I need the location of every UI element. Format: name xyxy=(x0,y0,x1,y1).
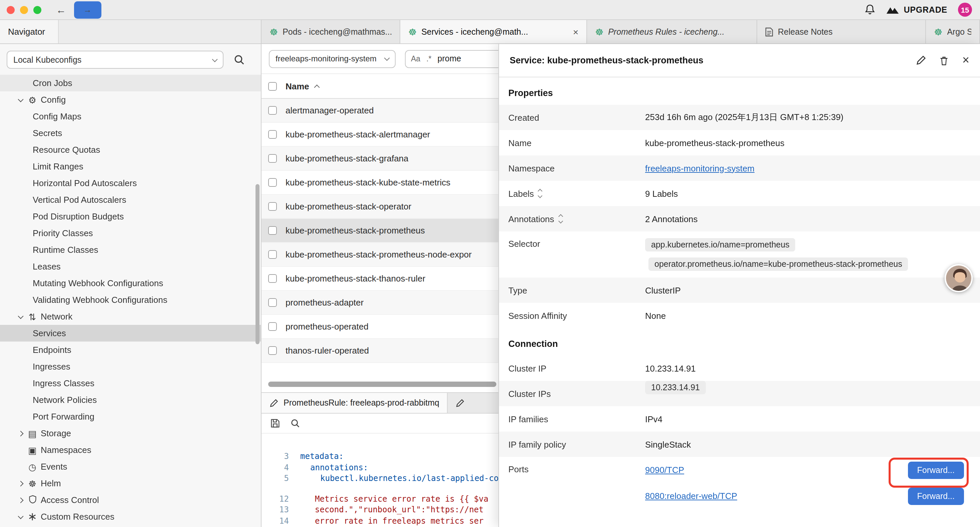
sidebar-item-vertical-pod-autoscalers[interactable]: Vertical Pod Autoscalers xyxy=(0,191,261,208)
back-button[interactable]: ← xyxy=(56,4,66,15)
sidebar-item-runtime-classes[interactable]: Runtime Classes xyxy=(0,242,261,258)
row-checkbox[interactable] xyxy=(268,346,277,355)
row-checkbox[interactable] xyxy=(268,130,277,139)
port-line: 8080:reloader-web/TCP Forward... xyxy=(645,483,970,509)
sidebar-item-endpoints[interactable]: Endpoints xyxy=(0,342,261,358)
sidebar-item-config[interactable]: ⚙ Config xyxy=(0,91,261,108)
notification-count-badge[interactable]: 15 xyxy=(958,3,972,17)
row-checkbox[interactable] xyxy=(268,250,277,259)
sidebar-item-namespaces[interactable]: ▣ Namespaces xyxy=(0,442,261,458)
tab-strip: Navigator ☸ Pods - icecheng@mathmas... ☸… xyxy=(0,20,980,44)
sidebar-item-pod-disruption-budgets[interactable]: Pod Disruption Budgets xyxy=(0,208,261,225)
minimize-window-button[interactable] xyxy=(20,6,28,14)
sidebar-item-custom-resources[interactable]: ∗ Custom Resources xyxy=(0,508,261,525)
kubernetes-cluster-icon: ☸ xyxy=(408,26,417,37)
namespace-link[interactable]: freeleaps-monitoring-system xyxy=(645,163,754,173)
sidebar-item-ingress-classes[interactable]: Ingress Classes xyxy=(0,375,261,392)
notifications-bell-button[interactable] xyxy=(864,4,875,15)
tab-argo[interactable]: ☸ Argo Se xyxy=(926,20,980,43)
navigator-panel-label: Navigator xyxy=(8,27,45,37)
navigator-panel-tab[interactable]: Navigator xyxy=(0,20,59,43)
sort-ascending-icon xyxy=(314,84,320,90)
sidebar-item-network[interactable]: ⇅ Network xyxy=(0,308,261,325)
properties-section-heading: Properties xyxy=(499,77,980,105)
sidebar-item-secrets[interactable]: Secrets xyxy=(0,125,261,142)
sidebar-item-cron-jobs[interactable]: Cron Jobs xyxy=(0,75,261,91)
forward-port-button[interactable]: Forward... xyxy=(908,487,964,505)
selector-chip: operator.prometheus.io/name=kube-prometh… xyxy=(648,258,908,271)
chevron-down-icon[interactable] xyxy=(15,95,25,105)
close-window-button[interactable] xyxy=(7,6,15,14)
sidebar-item-validating-webhook-configurations[interactable]: Validating Webhook Configurations xyxy=(0,291,261,308)
zoom-window-button[interactable] xyxy=(33,6,41,14)
sidebar-item-helm[interactable]: ☸ Helm xyxy=(0,475,261,492)
tab-services[interactable]: ☸ Services - icecheng@math... × xyxy=(400,20,587,43)
namespace-select[interactable]: freeleaps-monitoring-system xyxy=(269,50,396,68)
horizontal-scrollbar[interactable] xyxy=(268,382,496,387)
sidebar-item-access-control[interactable]: Access Control xyxy=(0,492,261,508)
expand-collapse-icon[interactable] xyxy=(539,189,542,197)
chevron-right-icon[interactable] xyxy=(15,478,25,488)
code-line: error rate in freeleaps metrics ser xyxy=(300,515,484,526)
sidebar-item-limit-ranges[interactable]: Limit Ranges xyxy=(0,158,261,175)
port-link[interactable]: 9090/TCP xyxy=(645,465,684,475)
port-link[interactable]: 8080:reloader-web/TCP xyxy=(645,491,737,501)
filter-query-text: prome xyxy=(438,54,461,64)
bell-icon xyxy=(864,4,875,15)
sidebar-item-config-maps[interactable]: Config Maps xyxy=(0,108,261,125)
upgrade-button[interactable]: UPGRADE xyxy=(886,5,947,14)
property-row-selector: Selector app.kubernetes.io/name=promethe… xyxy=(499,231,980,277)
pencil-icon xyxy=(916,56,926,65)
sidebar-item-services[interactable]: Services xyxy=(0,325,261,342)
connection-row-ports: Ports 9090/TCP Forward... 8080:reloader-… xyxy=(499,457,980,509)
select-all-checkbox[interactable] xyxy=(268,82,277,91)
sidebar-item-definitions[interactable]: Definitions xyxy=(0,525,261,527)
sidebar-item-resource-quotas[interactable]: Resource Quotas xyxy=(0,142,261,158)
sidebar-scrollbar[interactable] xyxy=(256,184,259,344)
row-checkbox[interactable] xyxy=(268,226,277,235)
cluster-ip-chip: 10.233.14.91 xyxy=(645,381,706,394)
editor-tab-prometheusrule[interactable]: PrometheusRule: freeleaps-prod-rabbitmq xyxy=(261,393,448,413)
edit-button[interactable] xyxy=(916,56,926,65)
sidebar-search-button[interactable] xyxy=(234,54,245,65)
chevron-down-icon[interactable] xyxy=(15,312,25,322)
name-column-header[interactable]: Name xyxy=(286,81,309,91)
save-button[interactable] xyxy=(270,418,280,428)
chevron-right-icon[interactable] xyxy=(15,428,25,438)
sidebar-item-mutating-webhook-configurations[interactable]: Mutating Webhook Configurations xyxy=(0,275,261,291)
forward-port-button[interactable]: Forward... xyxy=(908,461,964,479)
expand-collapse-icon[interactable] xyxy=(559,215,562,223)
tab-prometheus-rules[interactable]: ☸ Prometheus Rules - icecheng... xyxy=(587,20,757,43)
close-tab-icon[interactable]: × xyxy=(566,26,578,37)
tab-release-notes[interactable]: Release Notes xyxy=(757,20,926,43)
sidebar-item-storage[interactable]: ▤ Storage xyxy=(0,425,261,442)
delete-button[interactable] xyxy=(940,55,949,66)
chevron-down-icon[interactable] xyxy=(15,512,25,522)
sidebar-item-horizontal-pod-autoscalers[interactable]: Horizontal Pod Autoscalers xyxy=(0,175,261,191)
sidebar-item-priority-classes[interactable]: Priority Classes xyxy=(0,225,261,242)
chevron-right-icon[interactable] xyxy=(15,495,25,505)
row-checkbox[interactable] xyxy=(268,298,277,307)
sidebar-item-ingresses[interactable]: Ingresses xyxy=(0,358,261,375)
forward-button[interactable]: → xyxy=(74,1,101,18)
tab-pods[interactable]: ☸ Pods - icecheng@mathmas... xyxy=(261,20,400,43)
sidebar-item-leases[interactable]: Leases xyxy=(0,258,261,275)
row-checkbox[interactable] xyxy=(268,202,277,211)
editor-search-button[interactable] xyxy=(290,418,300,428)
kubeconfig-select[interactable]: Local Kubeconfigs xyxy=(7,51,223,69)
sidebar-item-events[interactable]: ◷ Events xyxy=(0,458,261,475)
regex-button[interactable]: .* xyxy=(426,55,431,63)
row-checkbox[interactable] xyxy=(268,154,277,163)
resource-tree: Cron Jobs ⚙ Config Config Maps Secrets R… xyxy=(0,75,261,527)
row-checkbox[interactable] xyxy=(268,322,277,331)
row-checkbox[interactable] xyxy=(268,274,277,283)
close-drawer-button[interactable]: × xyxy=(963,53,969,67)
row-checkbox[interactable] xyxy=(268,106,277,115)
row-checkbox[interactable] xyxy=(268,178,277,187)
sidebar-item-port-forwarding[interactable]: Port Forwarding xyxy=(0,408,261,425)
connection-row-cluster-ip: Cluster IP 10.233.14.91 xyxy=(499,355,980,381)
property-row-name: Name kube-prometheus-stack-prometheus xyxy=(499,130,980,155)
upgrade-label: UPGRADE xyxy=(904,5,947,14)
sidebar-item-network-policies[interactable]: Network Policies xyxy=(0,392,261,408)
match-case-button[interactable]: Aa xyxy=(411,55,420,63)
